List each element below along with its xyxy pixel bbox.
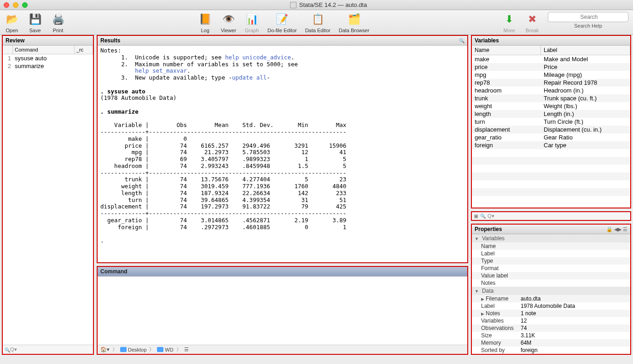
variable-row[interactable]: displacementDisplacement (cu. in.) (472, 126, 630, 133)
titlebar: Stata/SE 14.2 — auto.dta (0, 0, 633, 10)
variable-row[interactable]: weightWeight (lbs.) (472, 102, 630, 110)
print-button[interactable]: 🖨️Print (51, 12, 65, 33)
variable-row[interactable]: trunkTrunk space (cu. ft.) (472, 94, 630, 102)
review-header: Command _rc (3, 46, 93, 54)
prev-icon[interactable]: ◀ (614, 226, 618, 232)
folder-icon (120, 347, 127, 352)
property-row: Filenameauto.dta (472, 295, 630, 302)
results-panel: Results Notes: 1. Unicode is supported; … (97, 35, 468, 263)
variables-header: Name Label (472, 46, 630, 55)
lock-icon[interactable]: 🔒 (606, 226, 613, 232)
prop-section-data[interactable]: Data (472, 287, 630, 295)
variable-row[interactable]: headroomHeadroom (in.) (472, 87, 630, 94)
close-window-button[interactable] (4, 2, 9, 8)
help-link[interactable]: help set_maxvar (135, 67, 187, 74)
variable-row[interactable]: lengthLength (in.) (472, 110, 630, 118)
list-icon[interactable]: ☰ (184, 347, 189, 352)
variable-row[interactable]: foreignCar type (472, 141, 630, 149)
results-search-icon[interactable] (459, 37, 465, 44)
property-row: Notes1 note (472, 310, 630, 317)
breadcrumb-wd[interactable]: WD (157, 347, 173, 352)
property-row: Size3.11K (472, 332, 630, 339)
breadcrumb-bar: 🏠▾ 〉 Desktop 〉 WD 〉 ☰ (98, 345, 467, 354)
results-output[interactable]: Notes: 1. Unicode is supported; see help… (98, 46, 467, 262)
review-item[interactable]: 1sysuse auto (3, 54, 93, 62)
toolbar: 📂Open 💾Save 🖨️Print 📙Log 👁️Viewer 📊Graph… (0, 10, 633, 35)
property-row: Sorted byforeign (472, 347, 630, 354)
property-row: Format (472, 265, 630, 272)
properties-panel: Properties 🔒 ◀▶ ☰ Variables NameLabelTyp… (471, 224, 631, 355)
property-row: Variables12 (472, 317, 630, 324)
property-row: Name (472, 243, 630, 250)
results-title: Results (98, 36, 467, 46)
review-item[interactable]: 2summarize (3, 62, 93, 70)
variables-panel: Variables Name Label makeMake and Modelp… (471, 35, 631, 208)
minimize-window-button[interactable] (13, 2, 18, 8)
data-browser-button[interactable]: 🗂️Data Browser (339, 12, 370, 33)
properties-title: Properties 🔒 ◀▶ ☰ (472, 225, 630, 234)
property-row: Label1978 Automobile Data (472, 302, 630, 310)
property-row: Memory64M (472, 339, 630, 347)
review-panel: Review Command _rc 1sysuse auto2summariz… (2, 35, 94, 355)
menu-icon[interactable]: ☰ (623, 226, 627, 232)
property-row: Observations74 (472, 324, 630, 332)
variables-title: Variables (472, 36, 630, 46)
property-row: Type (472, 257, 630, 265)
home-icon[interactable]: 🏠▾ (100, 347, 110, 352)
search-icon (480, 213, 486, 219)
breadcrumb-desktop[interactable]: Desktop (120, 347, 146, 352)
dofile-editor-button[interactable]: 📝Do-file Editor (267, 12, 297, 33)
property-row: Label (472, 250, 630, 257)
variable-row[interactable]: pricePrice (472, 63, 630, 71)
more-button: ⬇More (502, 12, 517, 33)
prop-section-variables[interactable]: Variables (472, 234, 630, 243)
data-editor-button[interactable]: 📋Data Editor (305, 12, 331, 33)
help-search-input[interactable] (548, 12, 628, 22)
property-row: Value label (472, 272, 630, 279)
variable-row[interactable]: rep78Repair Record 1978 (472, 79, 630, 87)
open-button[interactable]: 📂Open (5, 12, 19, 33)
variable-row[interactable]: makeMake and Model (472, 55, 630, 63)
command-panel: Command 🏠▾ 〉 Desktop 〉 WD 〉 ☰ (97, 266, 468, 355)
review-filter-input[interactable]: Q▾ (3, 345, 93, 354)
help-link[interactable]: update all (232, 74, 267, 81)
log-button[interactable]: 📙Log (198, 12, 213, 33)
command-input[interactable] (98, 277, 467, 345)
filter-toggle-icon[interactable]: ▣ (474, 213, 478, 219)
window-title: Stata/SE 14.2 — auto.dta (299, 1, 367, 8)
search-help-label: Search Help (574, 23, 602, 29)
review-title: Review (3, 36, 93, 46)
variables-filter-input[interactable]: ▣ Q▾ (471, 211, 631, 221)
break-button: ✖Break (525, 12, 540, 33)
variable-row[interactable]: gear_ratioGear Ratio (472, 133, 630, 141)
variable-row[interactable]: turnTurn Circle (ft.) (472, 118, 630, 126)
save-button[interactable]: 💾Save (28, 12, 42, 33)
graph-button: 📊Graph (244, 12, 259, 33)
zoom-window-button[interactable] (22, 2, 28, 8)
search-icon (5, 347, 10, 352)
folder-icon (157, 347, 163, 352)
viewer-button[interactable]: 👁️Viewer (221, 12, 236, 33)
variable-row[interactable]: mpgMileage (mpg) (472, 71, 630, 79)
command-title: Command (98, 267, 467, 277)
help-link[interactable]: help unicode_advice (225, 54, 291, 61)
property-row: Notes (472, 279, 630, 287)
document-icon (290, 2, 296, 8)
next-icon[interactable]: ▶ (618, 226, 621, 232)
